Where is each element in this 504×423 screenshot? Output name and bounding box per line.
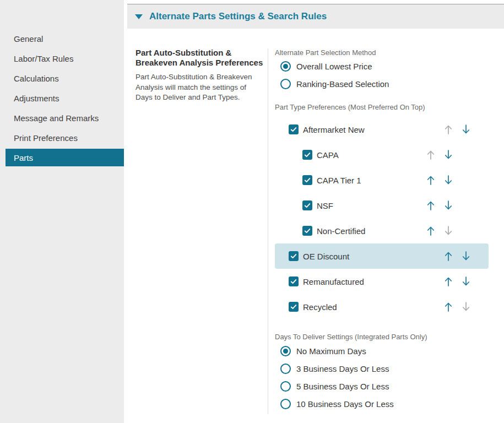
checkbox-checked-icon[interactable] [289,251,299,261]
days-to-deliver-radio-group: No Maximum Days 3 Business Days Or Less … [275,342,394,413]
selection-method-radio-group: Overall Lowest Price Ranking-Based Selec… [275,57,389,93]
move-up-icon[interactable] [426,225,435,236]
main-content: Alternate Parts Settings & Search Rules … [124,0,504,423]
part-type-label: NSF [317,193,333,218]
part-type-row-recycled: Recycled [275,294,489,319]
checkbox-checked-icon[interactable] [302,175,312,185]
radio-option-ranking-based-selection[interactable]: Ranking-Based Selection [275,75,389,93]
part-type-row-nsf: NSF [275,193,489,218]
sidebar-item-adjustments[interactable]: Adjustments [6,89,124,107]
move-down-icon[interactable] [444,149,453,160]
sidebar-item-message-and-remarks[interactable]: Message and Remarks [6,109,124,127]
radio-option-label: 5 Business Days Or Less [296,382,389,391]
section-title: Alternate Parts Settings & Search Rules [149,11,327,22]
preferences-description: Part Auto-Substitution & Breakeven Analy… [136,72,265,103]
move-up-icon[interactable] [444,251,453,262]
sidebar-item-print-preferences[interactable]: Print Preferences [6,129,124,147]
part-type-preferences-label: Part Type Preferences (Most Preferred On… [275,103,425,111]
part-type-label: CAPA [317,142,339,167]
settings-sidebar: GeneralLabor/Tax RulesCalculationsAdjust… [0,0,124,423]
move-down-icon[interactable] [462,251,470,262]
part-type-label: Recycled [303,294,337,319]
radio-icon [280,381,291,392]
checkbox-checked-icon[interactable] [302,200,312,210]
radio-option-3-business-days-or-less[interactable]: 3 Business Days Or Less [275,360,394,377]
move-up-icon[interactable] [426,175,435,186]
part-type-row-non-certified: Non-Certified [275,218,489,243]
checkbox-checked-icon[interactable] [289,124,299,134]
radio-option-label: Ranking-Based Selection [296,79,389,89]
sidebar-item-parts[interactable]: Parts [6,149,124,166]
move-down-icon[interactable] [444,200,453,211]
part-type-label: OE Discount [303,243,349,269]
preferences-heading: Part Auto-Substitution & Breakeven Analy… [136,48,265,67]
radio-option-5-business-days-or-less[interactable]: 5 Business Days Or Less [275,377,394,395]
radio-option-no-maximum-days[interactable]: No Maximum Days [275,342,394,360]
radio-icon [280,364,291,374]
move-up-icon[interactable] [444,276,453,287]
days-to-deliver-label: Days To Deliver Settings (Integrated Par… [275,333,427,341]
move-up-icon [444,124,453,135]
move-down-icon[interactable] [462,124,470,135]
sidebar-item-general[interactable]: General [6,30,124,47]
radio-icon [280,346,291,356]
selection-method-label: Alternate Part Selection Method [275,48,376,57]
part-type-row-aftermarket-new: Aftermarket New [275,117,489,142]
move-down-icon [462,301,470,312]
part-type-row-capa: CAPA [275,142,489,167]
sidebar-nav: GeneralLabor/Tax RulesCalculationsAdjust… [0,30,124,169]
sidebar-item-calculations[interactable]: Calculations [6,69,124,87]
part-type-label: Non-Certified [317,218,365,243]
checkbox-checked-icon[interactable] [289,276,299,286]
checkbox-checked-icon[interactable] [302,150,312,160]
part-type-row-remanufactured: Remanufactured [275,269,489,294]
radio-option-label: 10 Business Days Or Less [296,399,394,409]
move-up-icon[interactable] [444,301,453,312]
checkbox-checked-icon[interactable] [289,302,299,312]
radio-option-10-business-days-or-less[interactable]: 10 Business Days Or Less [275,395,394,413]
part-type-row-oe-discount: OE Discount [275,243,489,269]
radio-icon [280,79,291,89]
part-type-row-capa-tier-1: CAPA Tier 1 [275,167,489,193]
collapse-triangle-icon [135,14,143,19]
radio-option-label: Overall Lowest Price [296,62,372,71]
move-up-icon[interactable] [426,200,435,211]
radio-icon [280,399,291,409]
part-type-label: Aftermarket New [303,117,365,142]
preferences-description-column: Part Auto-Substitution & Breakeven Analy… [136,48,265,103]
part-type-label: Remanufactured [303,269,364,294]
move-down-icon [444,225,453,236]
radio-option-overall-lowest-price[interactable]: Overall Lowest Price [275,57,389,75]
move-down-icon[interactable] [444,175,453,186]
radio-icon [280,61,291,72]
sidebar-item-labor-tax-rules[interactable]: Labor/Tax Rules [6,50,124,67]
move-down-icon[interactable] [462,276,470,287]
section-header-toggle[interactable]: Alternate Parts Settings & Search Rules [127,4,504,29]
part-type-label: CAPA Tier 1 [317,167,361,193]
checkbox-checked-icon[interactable] [302,226,312,236]
move-up-icon [426,149,435,160]
radio-option-label: 3 Business Days Or Less [296,364,389,373]
radio-option-label: No Maximum Days [296,346,366,356]
column-divider [268,48,268,414]
